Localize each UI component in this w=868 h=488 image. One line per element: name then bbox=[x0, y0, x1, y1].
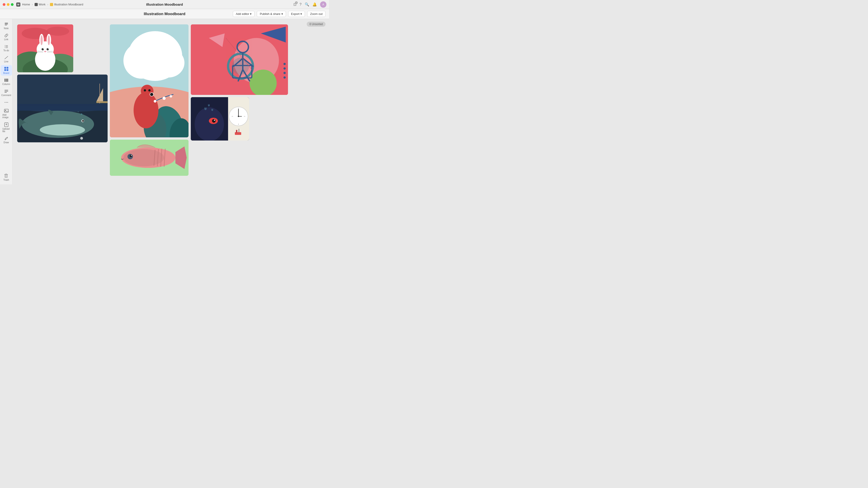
export-button[interactable]: Export ▾ bbox=[288, 11, 305, 17]
line-label: Line bbox=[4, 60, 8, 63]
sidebar-item-add-image[interactable]: Add image bbox=[1, 107, 12, 120]
svg-point-43 bbox=[41, 48, 44, 51]
svg-rect-126 bbox=[236, 130, 237, 133]
avatar[interactable]: A bbox=[320, 1, 327, 8]
svg-point-70 bbox=[153, 48, 184, 77]
folder-icon bbox=[50, 3, 53, 6]
help-icon[interactable]: ? bbox=[300, 2, 302, 6]
col-2 bbox=[110, 24, 188, 176]
col-1 bbox=[17, 24, 107, 176]
search-icon[interactable]: 🔍 bbox=[305, 2, 309, 6]
sidebar-item-board[interactable]: Board bbox=[1, 65, 12, 76]
breadcrumb-current: Illustration Moodboard bbox=[50, 3, 83, 6]
svg-point-22 bbox=[7, 102, 8, 103]
illustration-dark-face[interactable] bbox=[191, 97, 249, 140]
upload-label: Upload file bbox=[2, 128, 10, 133]
close-button[interactable] bbox=[3, 3, 5, 6]
illustration-geometric[interactable] bbox=[191, 24, 288, 95]
link-label: Link bbox=[4, 38, 8, 41]
sidebar-item-note[interactable]: Note bbox=[1, 21, 12, 31]
zoom-out-button[interactable]: Zoom out bbox=[307, 11, 326, 17]
svg-point-45 bbox=[43, 48, 43, 49]
svg-point-91 bbox=[131, 155, 132, 156]
svg-point-21 bbox=[6, 102, 6, 103]
illustration-fish[interactable] bbox=[110, 140, 188, 176]
sidebar-item-todo[interactable]: To-do bbox=[1, 43, 12, 53]
svg-point-33 bbox=[46, 27, 69, 36]
svg-point-47 bbox=[44, 51, 46, 52]
sidebar-item-column[interactable]: Column bbox=[1, 76, 12, 87]
svg-point-41 bbox=[40, 35, 43, 45]
svg-rect-23 bbox=[4, 109, 8, 112]
minimize-button[interactable] bbox=[7, 3, 9, 6]
svg-rect-1 bbox=[5, 24, 8, 24]
svg-point-81 bbox=[169, 95, 172, 98]
svg-point-32 bbox=[22, 28, 49, 39]
device-icon[interactable]: ⊡ 0 bbox=[293, 2, 296, 6]
main-layout: Note Link To-do Line Board bbox=[0, 19, 329, 184]
svg-rect-15 bbox=[6, 78, 7, 82]
svg-point-107 bbox=[283, 67, 286, 70]
breadcrumb-work[interactable]: Work bbox=[35, 3, 45, 6]
sidebar-item-more[interactable] bbox=[1, 99, 12, 106]
svg-rect-14 bbox=[4, 78, 5, 82]
svg-rect-2 bbox=[5, 25, 7, 25]
todo-icon bbox=[4, 44, 8, 49]
svg-rect-27 bbox=[5, 174, 7, 177]
svg-point-115 bbox=[214, 120, 215, 121]
svg-rect-55 bbox=[17, 104, 107, 111]
more-icon bbox=[4, 100, 8, 105]
svg-rect-12 bbox=[4, 69, 6, 71]
traffic-lights bbox=[3, 3, 13, 6]
illustration-person[interactable] bbox=[110, 24, 188, 137]
svg-rect-11 bbox=[6, 67, 8, 69]
sidebar-item-line[interactable]: Line bbox=[1, 54, 12, 64]
add-editor-button[interactable]: Add editor ▾ bbox=[233, 11, 254, 17]
breadcrumb-sep-1: › bbox=[32, 3, 33, 6]
svg-rect-18 bbox=[4, 91, 8, 92]
breadcrumb-home[interactable]: Home bbox=[22, 3, 30, 6]
svg-point-42 bbox=[48, 35, 50, 45]
svg-point-74 bbox=[133, 92, 158, 128]
sidebar-item-upload[interactable]: Upload file bbox=[1, 121, 12, 134]
link-icon bbox=[4, 33, 8, 38]
svg-point-78 bbox=[150, 93, 153, 96]
svg-rect-17 bbox=[4, 90, 8, 90]
line-icon bbox=[4, 55, 8, 60]
col-3 bbox=[191, 24, 288, 176]
titlebar-actions: ⊡ 0 ? 🔍 🔔 A bbox=[293, 1, 327, 8]
draw-icon bbox=[4, 136, 8, 141]
content-area: 0 Unsorted bbox=[13, 19, 329, 184]
titlebar: M Home › Work › Illustration Moodboard I… bbox=[0, 0, 329, 9]
sidebar-item-trash[interactable]: Trash bbox=[2, 172, 11, 183]
svg-rect-54 bbox=[17, 74, 107, 106]
svg-rect-10 bbox=[4, 67, 6, 69]
svg-point-20 bbox=[4, 102, 5, 103]
publish-share-button[interactable]: Publish & share ▾ bbox=[257, 11, 286, 17]
sidebar-item-draw[interactable]: Draw bbox=[1, 135, 12, 145]
svg-rect-13 bbox=[6, 69, 8, 71]
svg-rect-6 bbox=[6, 46, 8, 47]
illustration-rabbit[interactable] bbox=[17, 24, 73, 72]
toolbar: Illustration Moodboard Add editor ▾ Publ… bbox=[0, 9, 329, 19]
unsorted-badge: 0 Unsorted bbox=[307, 22, 326, 27]
illustration-whale[interactable] bbox=[17, 74, 107, 142]
svg-rect-19 bbox=[4, 92, 7, 93]
note-icon bbox=[4, 22, 8, 27]
sidebar-item-comment[interactable]: Comment bbox=[1, 88, 12, 98]
svg-rect-5 bbox=[5, 46, 5, 47]
svg-point-66 bbox=[80, 137, 83, 140]
notification-icon[interactable]: 🔔 bbox=[312, 2, 317, 6]
svg-point-46 bbox=[48, 48, 49, 49]
add-image-icon bbox=[4, 108, 9, 113]
chevron-down-icon-2: ▾ bbox=[281, 12, 283, 15]
comment-icon bbox=[4, 89, 8, 94]
sidebar-item-link[interactable]: Link bbox=[1, 32, 12, 42]
column-icon bbox=[4, 78, 8, 83]
add-image-label: Add image bbox=[2, 113, 10, 119]
svg-rect-3 bbox=[5, 45, 5, 46]
draw-label: Draw bbox=[4, 141, 9, 144]
fullscreen-button[interactable] bbox=[11, 3, 13, 6]
svg-rect-4 bbox=[6, 45, 8, 46]
svg-point-44 bbox=[46, 48, 49, 51]
